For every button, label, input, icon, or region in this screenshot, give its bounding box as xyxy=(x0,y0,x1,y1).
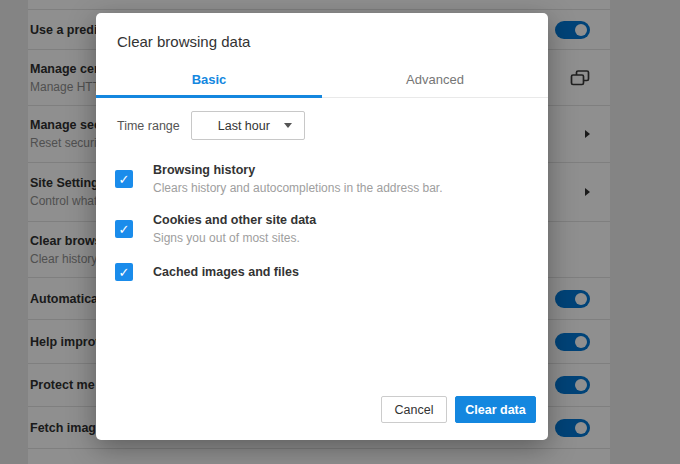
cancel-button[interactable]: Cancel xyxy=(381,396,447,423)
option-label: Browsing history xyxy=(153,163,443,177)
time-range-value: Last hour xyxy=(218,119,270,133)
option-label: Cookies and other site data xyxy=(153,213,316,227)
time-range-label: Time range xyxy=(117,119,180,133)
option-label: Cached images and files xyxy=(153,265,299,279)
option-description: Clears history and autocompletions in th… xyxy=(153,181,443,195)
clear-option-row: ✓ Cookies and other site data Signs you … xyxy=(96,213,548,245)
dialog-title: Clear browsing data xyxy=(117,33,528,50)
checkbox-checked[interactable]: ✓ xyxy=(115,170,133,188)
tab-advanced[interactable]: Advanced xyxy=(322,64,548,97)
clear-options: ✓ Browsing history Clears history and au… xyxy=(96,163,548,281)
option-description: Signs you out of most sites. xyxy=(153,231,316,245)
time-range-select[interactable]: Last hour xyxy=(191,111,305,140)
clear-option-row: ✓ Cached images and files xyxy=(96,263,548,281)
tab-basic[interactable]: Basic xyxy=(96,64,322,97)
checkbox-checked[interactable]: ✓ xyxy=(115,263,133,281)
dialog-tabs: Basic Advanced xyxy=(96,64,548,98)
clear-option-row: ✓ Browsing history Clears history and au… xyxy=(96,163,548,195)
checkbox-checked[interactable]: ✓ xyxy=(115,220,133,238)
clear-data-button[interactable]: Clear data xyxy=(455,396,536,423)
caret-down-icon xyxy=(284,123,292,128)
clear-browsing-data-dialog: Clear browsing data Basic Advanced Time … xyxy=(96,13,548,440)
screen: Use a predict Manage certi Manage HTT xyxy=(0,0,680,464)
